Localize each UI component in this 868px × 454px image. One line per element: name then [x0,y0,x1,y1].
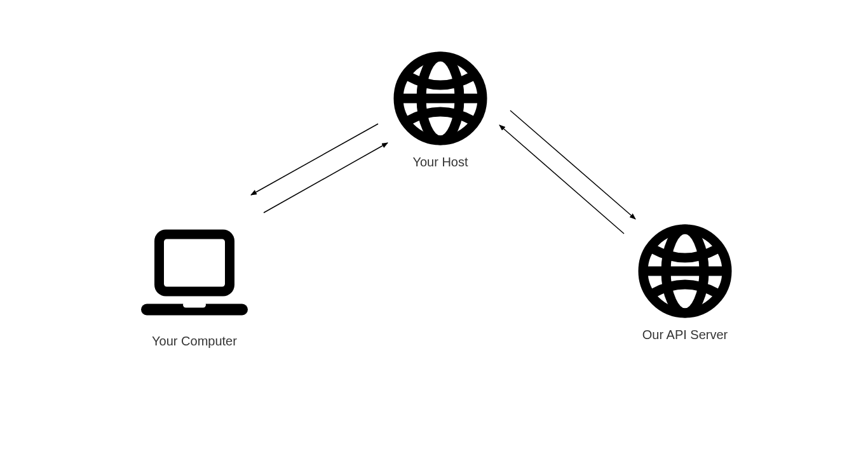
node-host: Your Host [393,51,488,170]
svg-line-2 [510,110,635,219]
globe-icon [637,224,733,319]
svg-line-0 [264,143,388,213]
node-host-label: Your Host [412,155,468,170]
svg-line-3 [499,125,624,234]
globe-icon [393,51,488,146]
node-api-label: Our API Server [642,328,728,342]
node-computer: Your Computer [137,224,252,349]
arrow-computer-host [251,124,388,213]
svg-rect-10 [183,302,206,308]
arrow-host-api [499,110,635,234]
svg-rect-8 [164,239,225,287]
node-api: Our API Server [637,224,733,342]
node-computer-label: Your Computer [152,334,237,349]
svg-line-1 [251,124,378,195]
laptop-icon [137,224,252,325]
